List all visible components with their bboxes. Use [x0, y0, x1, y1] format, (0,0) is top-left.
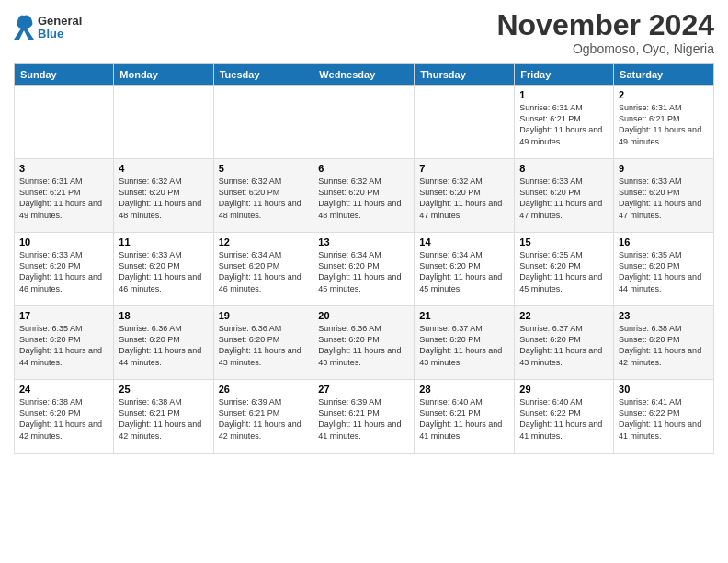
calendar-cell: 9Sunrise: 6:33 AMSunset: 6:20 PMDaylight… [614, 159, 714, 233]
logo-bird-icon [14, 14, 34, 41]
day-info: Sunrise: 6:33 AMSunset: 6:20 PMDaylight:… [519, 176, 609, 221]
calendar-cell: 3Sunrise: 6:31 AMSunset: 6:21 PMDaylight… [15, 159, 114, 233]
calendar-week-row: 10Sunrise: 6:33 AMSunset: 6:20 PMDayligh… [15, 233, 714, 306]
day-number: 22 [519, 310, 609, 321]
day-number: 18 [119, 310, 208, 321]
day-number: 20 [318, 310, 409, 321]
day-number: 23 [619, 310, 709, 321]
day-info: Sunrise: 6:37 AMSunset: 6:20 PMDaylight:… [419, 323, 509, 368]
calendar-cell: 29Sunrise: 6:40 AMSunset: 6:22 PMDayligh… [515, 380, 614, 454]
calendar-week-row: 24Sunrise: 6:38 AMSunset: 6:20 PMDayligh… [15, 380, 714, 454]
calendar-cell: 20Sunrise: 6:36 AMSunset: 6:20 PMDayligh… [313, 306, 415, 380]
calendar-cell: 19Sunrise: 6:36 AMSunset: 6:20 PMDayligh… [213, 306, 313, 380]
day-info: Sunrise: 6:40 AMSunset: 6:22 PMDaylight:… [519, 396, 609, 442]
day-number: 4 [119, 163, 208, 174]
calendar-cell: 10Sunrise: 6:33 AMSunset: 6:20 PMDayligh… [15, 233, 114, 306]
calendar-cell: 25Sunrise: 6:38 AMSunset: 6:21 PMDayligh… [114, 380, 213, 454]
calendar-cell: 27Sunrise: 6:39 AMSunset: 6:21 PMDayligh… [313, 380, 415, 454]
day-number: 11 [119, 236, 208, 247]
location: Ogbomoso, Oyo, Nigeria [496, 41, 714, 56]
day-info: Sunrise: 6:36 AMSunset: 6:20 PMDaylight:… [318, 323, 409, 368]
day-info: Sunrise: 6:36 AMSunset: 6:20 PMDaylight:… [219, 323, 309, 368]
day-info: Sunrise: 6:34 AMSunset: 6:20 PMDaylight:… [419, 249, 509, 294]
calendar-cell: 26Sunrise: 6:39 AMSunset: 6:21 PMDayligh… [213, 380, 313, 454]
calendar-cell: 6Sunrise: 6:32 AMSunset: 6:20 PMDaylight… [313, 159, 415, 233]
day-number: 16 [619, 236, 709, 247]
day-number: 3 [19, 163, 108, 174]
day-number: 27 [318, 384, 409, 395]
day-info: Sunrise: 6:41 AMSunset: 6:22 PMDaylight:… [619, 396, 709, 442]
calendar-week-row: 17Sunrise: 6:35 AMSunset: 6:20 PMDayligh… [15, 306, 714, 380]
calendar-cell: 16Sunrise: 6:35 AMSunset: 6:20 PMDayligh… [614, 233, 714, 306]
day-info: Sunrise: 6:33 AMSunset: 6:20 PMDaylight:… [19, 249, 108, 294]
day-number: 28 [419, 384, 509, 395]
day-number: 9 [619, 163, 709, 174]
day-info: Sunrise: 6:39 AMSunset: 6:21 PMDaylight:… [318, 396, 409, 442]
day-info: Sunrise: 6:34 AMSunset: 6:20 PMDaylight:… [318, 249, 409, 294]
calendar-cell [114, 86, 213, 159]
col-thursday: Thursday [415, 64, 515, 86]
calendar-cell: 28Sunrise: 6:40 AMSunset: 6:21 PMDayligh… [415, 380, 515, 454]
day-info: Sunrise: 6:39 AMSunset: 6:21 PMDaylight:… [219, 396, 309, 442]
calendar-header-row: Sunday Monday Tuesday Wednesday Thursday… [15, 64, 714, 86]
main-container: General Blue November 2024 Ogbomoso, Oyo… [0, 0, 728, 463]
day-number: 13 [318, 236, 409, 247]
col-sunday: Sunday [15, 64, 114, 86]
day-info: Sunrise: 6:32 AMSunset: 6:20 PMDaylight:… [318, 176, 409, 221]
day-number: 15 [519, 236, 609, 247]
title-block: November 2024 Ogbomoso, Oyo, Nigeria [496, 9, 714, 56]
day-info: Sunrise: 6:32 AMSunset: 6:20 PMDaylight:… [119, 176, 208, 221]
header: General Blue November 2024 Ogbomoso, Oyo… [14, 9, 714, 56]
calendar-cell [213, 86, 313, 159]
day-info: Sunrise: 6:38 AMSunset: 6:20 PMDaylight:… [619, 323, 709, 368]
day-info: Sunrise: 6:31 AMSunset: 6:21 PMDaylight:… [519, 102, 609, 147]
calendar-cell: 23Sunrise: 6:38 AMSunset: 6:20 PMDayligh… [614, 306, 714, 380]
day-info: Sunrise: 6:35 AMSunset: 6:20 PMDaylight:… [19, 323, 108, 368]
day-number: 7 [419, 163, 509, 174]
day-info: Sunrise: 6:31 AMSunset: 6:21 PMDaylight:… [619, 102, 709, 147]
calendar-cell: 21Sunrise: 6:37 AMSunset: 6:20 PMDayligh… [415, 306, 515, 380]
calendar-cell [15, 86, 114, 159]
calendar-cell: 24Sunrise: 6:38 AMSunset: 6:20 PMDayligh… [15, 380, 114, 454]
calendar-cell: 15Sunrise: 6:35 AMSunset: 6:20 PMDayligh… [515, 233, 614, 306]
calendar-table: Sunday Monday Tuesday Wednesday Thursday… [14, 63, 714, 454]
day-number: 25 [119, 384, 208, 395]
logo-blue-text: Blue [38, 28, 82, 40]
calendar-cell: 14Sunrise: 6:34 AMSunset: 6:20 PMDayligh… [415, 233, 515, 306]
calendar-cell: 13Sunrise: 6:34 AMSunset: 6:20 PMDayligh… [313, 233, 415, 306]
day-info: Sunrise: 6:37 AMSunset: 6:20 PMDaylight:… [519, 323, 609, 368]
day-number: 30 [619, 384, 709, 395]
logo-general-text: General [38, 15, 82, 28]
day-number: 21 [419, 310, 509, 321]
logo: General Blue [14, 14, 82, 41]
day-number: 26 [219, 384, 309, 395]
day-info: Sunrise: 6:31 AMSunset: 6:21 PMDaylight:… [19, 176, 108, 221]
calendar-cell: 17Sunrise: 6:35 AMSunset: 6:20 PMDayligh… [15, 306, 114, 380]
month-title: November 2024 [496, 9, 714, 41]
calendar-week-row: 1Sunrise: 6:31 AMSunset: 6:21 PMDaylight… [15, 86, 714, 159]
calendar-cell: 5Sunrise: 6:32 AMSunset: 6:20 PMDaylight… [213, 159, 313, 233]
day-number: 24 [19, 384, 108, 395]
calendar-cell: 12Sunrise: 6:34 AMSunset: 6:20 PMDayligh… [213, 233, 313, 306]
calendar-cell: 1Sunrise: 6:31 AMSunset: 6:21 PMDaylight… [515, 86, 614, 159]
col-tuesday: Tuesday [213, 64, 313, 86]
calendar-cell: 8Sunrise: 6:33 AMSunset: 6:20 PMDaylight… [515, 159, 614, 233]
day-info: Sunrise: 6:35 AMSunset: 6:20 PMDaylight:… [619, 249, 709, 294]
day-number: 29 [519, 384, 609, 395]
day-info: Sunrise: 6:34 AMSunset: 6:20 PMDaylight:… [219, 249, 309, 294]
col-saturday: Saturday [614, 64, 714, 86]
day-number: 12 [219, 236, 309, 247]
calendar-cell: 7Sunrise: 6:32 AMSunset: 6:20 PMDaylight… [415, 159, 515, 233]
day-number: 17 [19, 310, 108, 321]
day-info: Sunrise: 6:32 AMSunset: 6:20 PMDaylight:… [219, 176, 309, 221]
day-number: 1 [519, 89, 609, 100]
day-number: 6 [318, 163, 409, 174]
day-number: 14 [419, 236, 509, 247]
day-info: Sunrise: 6:38 AMSunset: 6:20 PMDaylight:… [19, 396, 108, 442]
day-number: 19 [219, 310, 309, 321]
calendar-cell [313, 86, 415, 159]
col-wednesday: Wednesday [313, 64, 415, 86]
day-number: 8 [519, 163, 609, 174]
calendar-cell: 4Sunrise: 6:32 AMSunset: 6:20 PMDaylight… [114, 159, 213, 233]
day-info: Sunrise: 6:33 AMSunset: 6:20 PMDaylight:… [119, 249, 208, 294]
